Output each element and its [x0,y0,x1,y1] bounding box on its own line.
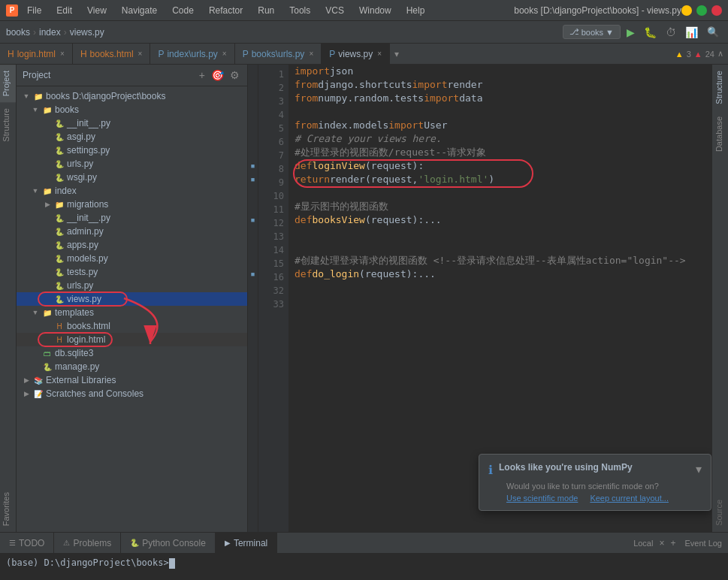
gear-button[interactable]: ⚙ [228,68,241,83]
expand-icon[interactable]: ∧ [717,49,723,59]
tree-books-html[interactable]: H books.html [17,319,247,333]
menu-help[interactable]: Help [403,4,428,17]
tree-books-folder[interactable]: ▼ 📁 books [17,103,247,116]
code-line-15: #创建处理登录请求的视图函数 <!--登录请求信息处理--表单属性action=… [295,254,705,267]
code-line-8: def loginView(request): [295,159,705,173]
tree-asgi[interactable]: 🐍 asgi.py [17,130,247,143]
tree-scratches[interactable]: ▶ 📝 Scratches and Consoles [17,387,247,400]
menu-code[interactable]: Code [169,4,197,17]
event-log-label[interactable]: Event Log [684,539,722,548]
tree-index-folder[interactable]: ▼ 📁 index [17,184,247,198]
project-tab[interactable]: Project [0,65,16,102]
tree-views[interactable]: 🐍 views.py [17,292,247,306]
debug-button[interactable]: 🐛 [641,25,660,40]
menu-tools[interactable]: Tools [286,4,313,17]
bottom-tab-python-console[interactable]: 🐍 Python Console [121,533,216,554]
tree-init-books[interactable]: 🐍 __init__.py [17,116,247,130]
comment-7: #处理登录的视图函数/request--请求对象 [295,146,486,159]
terminal-add[interactable]: + [670,538,675,548]
bottom-tab-problems[interactable]: ⚠ Problems [54,533,121,554]
tree-apps[interactable]: 🐍 apps.py [17,238,247,252]
scientific-mode-link[interactable]: Use scientific mode [506,494,578,503]
terminal-close[interactable]: × [659,538,664,548]
search-button[interactable]: 🔍 [704,25,722,39]
tabs-overflow[interactable]: ▾ [390,49,403,59]
favorites-tab[interactable]: Favorites [0,486,16,532]
maximize-button[interactable] [696,5,707,16]
tab-login-html[interactable]: H login.html × [0,44,73,65]
breadcrumb: books › index › views.py [6,27,104,38]
urls-index-icon: 🐍 [54,280,65,291]
menu-vcs[interactable]: VCS [322,4,347,17]
kw-def-8: def [295,159,312,173]
tab-close-views[interactable]: × [377,50,382,58]
breadcrumb-file[interactable]: views.py [70,27,104,38]
structure-tab[interactable]: Structure [0,102,16,148]
tree-wsgi[interactable]: 🐍 wsgi.py [17,171,247,184]
tree-urls-index[interactable]: 🐍 urls.py [17,279,247,292]
add-item-button[interactable]: + [198,68,207,83]
views-label: views.py [67,294,101,304]
minimize-button[interactable] [681,5,692,16]
menu-edit[interactable]: Edit [53,4,75,17]
tab-books-urls[interactable]: P books\urls.py × [235,44,322,65]
tab-close-index-urls[interactable]: × [222,50,227,58]
kw-def-16: def [295,267,312,281]
menu-view[interactable]: View [84,4,110,17]
templates-folder-icon: 📁 [42,307,53,318]
bottom-tab-todo[interactable]: ☰ TODO [0,533,54,554]
ln-10: 10 [258,189,284,203]
breadcrumb-index[interactable]: index [39,27,61,38]
run-button[interactable]: ▶ [624,25,638,40]
menu-run[interactable]: Run [255,4,277,17]
books-folder-label: books [55,104,79,115]
app-icon: P [6,5,18,17]
tab-close-books-html[interactable]: × [138,50,143,58]
tree-login-html[interactable]: H login.html [17,333,247,346]
menu-window[interactable]: Window [356,4,394,17]
profile-button[interactable]: 📊 [682,25,701,40]
ln-14: 14 [258,243,284,257]
tab-views-py[interactable]: P views.py × [322,44,390,65]
menu-file[interactable]: File [24,4,44,17]
gutter-4 [248,105,258,119]
close-button[interactable] [711,5,722,16]
tab-books-html[interactable]: H books.html × [73,44,151,65]
tree-settings[interactable]: 🐍 settings.py [17,143,247,157]
keep-layout-link[interactable]: Keep current layout... [590,494,669,503]
tooltip-close-button[interactable]: ▾ [696,462,702,476]
bookmark-12-icon: ■ [251,216,255,224]
tree-models[interactable]: 🐍 models.py [17,252,247,265]
database-right-tab[interactable]: Database [712,110,728,158]
coverage-button[interactable]: ⏱ [663,25,679,40]
ln-2: 2 [258,81,284,95]
tree-templates-folder[interactable]: ▼ 📁 templates [17,306,247,319]
main-content: Project Structure Favorites Project + 🎯 … [0,65,728,532]
tree-manage[interactable]: 🐍 manage.py [17,360,247,373]
wsgi-icon: 🐍 [54,172,65,183]
tree-migrations[interactable]: ▶ 📁 migrations [17,198,247,211]
tree-ext-libs[interactable]: ▶ 📚 External Libraries [17,373,247,387]
ln-8: 8 [258,162,284,176]
tree-tests[interactable]: 🐍 tests.py [17,265,247,279]
bottom-tab-terminal[interactable]: ▶ Terminal [216,533,277,554]
tree-db[interactable]: 🗃 db.sqlite3 [17,346,247,360]
menu-navigate[interactable]: Navigate [119,4,160,17]
locate-button[interactable]: 🎯 [210,68,225,83]
tree-root[interactable]: ▼ 📁 books D:\djangoProject\books [17,89,247,103]
terminal-area[interactable]: (base) D:\djangoProject\books> [0,553,728,580]
tab-close-login[interactable]: × [60,50,65,58]
breadcrumb-books[interactable]: books [6,27,30,38]
ln-7: 7 [258,149,284,162]
tree-init-index[interactable]: 🐍 __init__.py [17,211,247,225]
menu-refactor[interactable]: Refactor [206,4,246,17]
urls-books-icon: 🐍 [54,159,65,169]
tab-index-urls[interactable]: P index\urls.py × [150,44,234,65]
tooltip-links: Use scientific mode Keep current layout.… [506,494,702,503]
tree-admin[interactable]: 🐍 admin.py [17,225,247,238]
panel-title: Project [23,70,195,80]
structure-right-tab[interactable]: Structure [712,65,728,110]
tree-urls-books[interactable]: 🐍 urls.py [17,157,247,171]
branch-button[interactable]: ⎇ books ▼ [563,25,621,39]
tab-close-books-urls[interactable]: × [309,50,313,58]
